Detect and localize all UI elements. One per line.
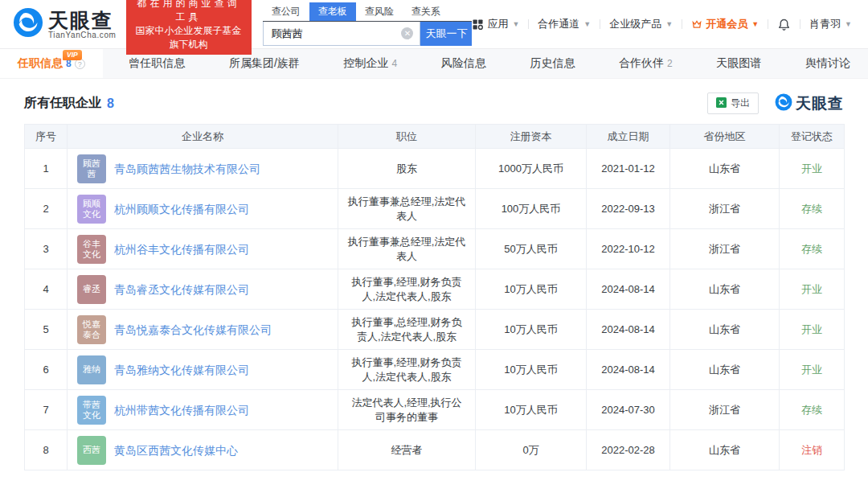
nav-tab-label: 舆情讨论	[805, 56, 850, 71]
chevron-down-icon: ▼	[845, 20, 852, 28]
cell-date: 2024-08-14	[587, 350, 670, 390]
menu-apps[interactable]: 应用 ▼	[472, 17, 519, 31]
cell-region: 山东省	[670, 149, 780, 189]
cell-seq: 6	[25, 350, 68, 390]
menu-divider	[600, 19, 600, 29]
cell-capital: 100万人民币	[476, 189, 587, 229]
cell-date: 2024-08-14	[587, 269, 670, 310]
nav-tab[interactable]: 所属集团/族群	[211, 49, 317, 78]
nav-tab[interactable]: 天眼图谱	[698, 49, 779, 78]
search-tabs: 查公司 查老板 查风险 查关系	[263, 2, 473, 22]
table-row: 2 顾顺文化 杭州顾顺文化传播有限公司 执行董事兼总经理,法定代表人 100万人…	[25, 189, 845, 229]
company-link[interactable]: 青岛悦嘉泰合文化传媒有限公司	[114, 323, 272, 337]
cell-company: 谷丰文化 杭州谷丰文化传播有限公司	[68, 229, 338, 269]
notifications-bell[interactable]	[777, 18, 791, 31]
chevron-down-icon: ▼	[751, 20, 759, 28]
company-link[interactable]: 青岛睿丞文化传媒有限公司	[114, 282, 249, 297]
company-avatar: 悦嘉泰合	[77, 315, 106, 344]
cell-capital: 50万人民币	[476, 229, 587, 269]
cell-region: 山东省	[670, 430, 780, 470]
nav-tab[interactable]: 合作伙伴 2	[601, 49, 690, 78]
cell-date: 2022-09-13	[587, 189, 670, 229]
nav-tab[interactable]: 风险信息	[424, 49, 504, 78]
company-link[interactable]: 黄岛区西茜文化传媒中心	[114, 443, 238, 458]
chevron-down-icon: ▼	[665, 20, 673, 28]
page-title-count: 8	[107, 97, 114, 111]
column-header: 序号	[25, 125, 68, 149]
cell-company: 西茜 黄岛区西茜文化传媒中心	[68, 430, 338, 470]
logo-brand: 天眼查	[48, 10, 117, 31]
column-header: 省份地区	[670, 125, 780, 149]
search-type-tab[interactable]: 查老板	[309, 2, 356, 21]
search-type-tab[interactable]: 查风险	[356, 2, 403, 21]
table-row: 6 雅纳 青岛雅纳文化传媒有限公司 执行董事,经理,财务负责人,法定代表人,股东…	[25, 350, 845, 390]
cell-seq: 3	[25, 229, 68, 269]
bell-icon	[777, 18, 791, 31]
cell-region: 山东省	[670, 269, 780, 310]
logo-domain: TianYanCha.com	[48, 31, 117, 39]
company-avatar: 带茜文化	[77, 396, 106, 425]
watermark: 天眼查	[775, 93, 844, 114]
cell-company: 雅纳 青岛雅纳文化传媒有限公司	[68, 350, 338, 390]
user-menu[interactable]: 肖青羽 ▼	[809, 17, 852, 31]
nav-tab-label: 风险信息	[441, 56, 486, 71]
cell-capital: 0万	[476, 430, 587, 470]
menu-divider	[528, 19, 529, 29]
tianyancha-logo-icon	[13, 7, 43, 41]
cell-position: 执行董事,经理,财务负责人,法定代表人,股东	[338, 269, 476, 310]
search-button[interactable]: 天眼一下	[420, 22, 472, 46]
vip-badge: VIP	[63, 50, 82, 60]
cell-position: 执行董事兼总经理,法定代表人	[338, 229, 476, 269]
watermark-logo-icon	[775, 93, 792, 114]
cell-company: 顾顺文化 杭州顾顺文化传播有限公司	[68, 189, 338, 229]
company-link[interactable]: 杭州谷丰文化传播有限公司	[114, 242, 249, 257]
promo-banner-line1: 都在用的商业查询工具	[134, 0, 244, 24]
nav-tab[interactable]: 控制企业 4	[326, 49, 415, 78]
chevron-down-icon: ▼	[583, 20, 591, 28]
nav-tab[interactable]: VIP 任职信息 8 ?	[0, 49, 103, 78]
cell-date: 2022-02-28	[587, 430, 670, 470]
column-header: 注册资本	[476, 125, 587, 149]
column-header: 成立日期	[587, 125, 670, 149]
cell-region: 浙江省	[670, 229, 780, 269]
cell-seq: 2	[25, 189, 68, 229]
table-row: 1 顾茜茜 青岛顾茜茜生物技术有限公司 股东 1000万人民币 2021-01-…	[25, 149, 845, 189]
menu-channel-label: 合作通道	[538, 17, 579, 31]
company-avatar: 顾顺文化	[77, 195, 106, 224]
menu-channel[interactable]: 合作通道 ▼	[538, 17, 591, 31]
cell-position: 执行董事,经理,财务负责人,法定代表人,股东	[338, 350, 476, 390]
nav-tab-label: 历史信息	[530, 56, 575, 71]
cell-position: 经营者	[338, 430, 476, 470]
search-type-tab[interactable]: 查关系	[403, 2, 449, 21]
page-title: 所有任职企业	[24, 95, 101, 112]
menu-products[interactable]: 企业级产品 ▼	[609, 17, 673, 31]
cell-region: 浙江省	[670, 390, 780, 430]
cell-date: 2021-01-12	[587, 149, 670, 189]
company-avatar: 雅纳	[77, 355, 106, 384]
cell-date: 2022-10-12	[587, 229, 670, 269]
cell-region: 山东省	[670, 310, 780, 350]
nav-tab[interactable]: 历史信息	[512, 49, 592, 78]
top-menu: 应用 ▼ 合作通道 ▼ 企业级产品 ▼ 开通会员 ▼	[472, 17, 852, 31]
menu-vip[interactable]: 开通会员 ▼	[691, 17, 759, 31]
search-type-tab[interactable]: 查公司	[263, 2, 309, 21]
nav-tab[interactable]: 舆情讨论	[788, 49, 868, 78]
table-row: 3 谷丰文化 杭州谷丰文化传播有限公司 执行董事兼总经理,法定代表人 50万人民…	[25, 229, 845, 269]
export-button[interactable]: 导出	[707, 92, 759, 114]
search-input[interactable]	[264, 22, 420, 45]
promo-banner-line2: 国家中小企业发展子基金旗下机构	[134, 24, 244, 51]
tianyancha-logo[interactable]: 天眼查 TianYanCha.com	[13, 7, 117, 41]
menu-apps-label: 应用	[487, 17, 508, 31]
company-link[interactable]: 杭州带茜文化传播有限公司	[114, 403, 249, 417]
nav-tab[interactable]: 曾任职信息	[111, 49, 203, 78]
company-link[interactable]: 青岛顾茜茜生物技术有限公司	[114, 162, 260, 176]
company-link[interactable]: 杭州顾顺文化传播有限公司	[114, 202, 249, 216]
company-link[interactable]: 青岛雅纳文化传媒有限公司	[114, 363, 249, 377]
status-badge: 存续	[780, 229, 845, 269]
cell-seq: 5	[25, 310, 68, 350]
cell-seq: 4	[25, 269, 68, 310]
search-box: ✕	[263, 22, 421, 46]
nav-tab-label: 天眼图谱	[716, 56, 761, 71]
cell-capital: 10万人民币	[476, 310, 587, 350]
column-header: 企业名称	[68, 125, 338, 149]
